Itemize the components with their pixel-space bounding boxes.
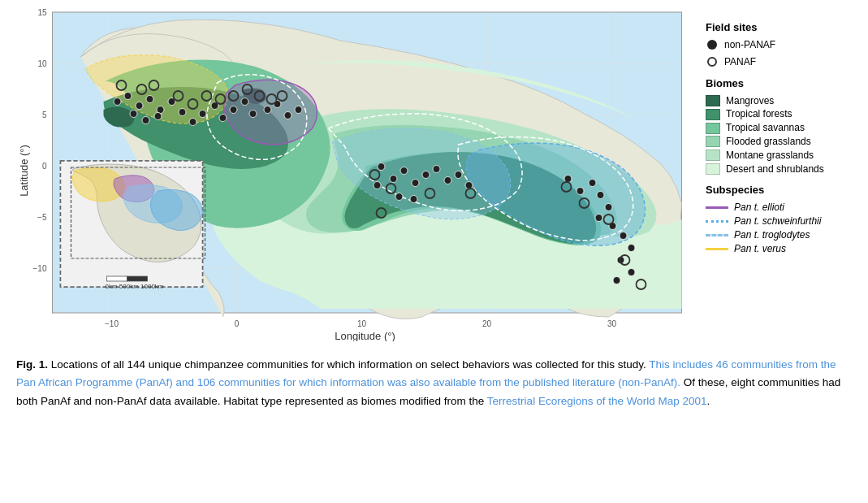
svg-point-32 <box>219 115 227 122</box>
svg-point-28 <box>179 109 186 116</box>
svg-point-39 <box>295 106 302 114</box>
svg-point-56 <box>605 204 612 211</box>
svg-point-20 <box>124 93 132 100</box>
biome-color-0 <box>706 95 720 106</box>
svg-point-44 <box>422 171 430 179</box>
caption-text-3: . <box>707 395 710 407</box>
x-tick-20: 20 <box>482 319 492 328</box>
biome-color-4 <box>706 150 720 161</box>
caption-text-1: Locations of all 144 unique chimpanzee c… <box>48 358 646 371</box>
map-wrapper: 0km 500km 1000km <box>8 8 697 341</box>
biome-color-1 <box>706 109 720 120</box>
svg-point-42 <box>400 167 408 175</box>
svg-point-29 <box>189 119 196 126</box>
svg-point-35 <box>249 111 257 118</box>
map-section: 0km 500km 1000km <box>0 0 868 349</box>
caption-section: Fig. 1. Locations of all 144 unique chim… <box>0 349 868 418</box>
svg-rect-17 <box>107 276 127 281</box>
scale-label: 0km 500km 1000km <box>106 283 164 290</box>
svg-point-57 <box>595 215 602 222</box>
biome-item-4: Montane grasslands <box>706 149 856 163</box>
svg-point-50 <box>395 193 403 201</box>
subspecies-title: Subspecies <box>706 184 856 196</box>
svg-point-59 <box>620 232 627 240</box>
y-tick-5: 5 <box>42 111 47 119</box>
subspecies-line-3 <box>706 248 728 250</box>
x-tick-10: 10 <box>357 319 367 328</box>
subspecies-label-3: Pan t. verus <box>734 242 786 256</box>
legend-panaf: PANAF <box>706 55 856 69</box>
biome-item-5: Desert and shrublands <box>706 163 856 176</box>
x-tick-0: 0 <box>235 319 240 328</box>
y-tick-0: 0 <box>42 162 47 171</box>
biome-item-2: Tropical savannas <box>706 121 856 135</box>
y-axis-label: Latitude (°) <box>18 145 30 197</box>
biome-color-2 <box>706 123 720 134</box>
legend-non-panaf: non-PANAF <box>706 38 856 52</box>
caption-highlight-2: Terrestrial Ecoregions of the World Map … <box>484 395 706 407</box>
subspecies-line-0 <box>706 206 728 209</box>
fig-label: Fig. 1. <box>16 358 48 371</box>
svg-point-38 <box>284 112 291 119</box>
panaf-symbol <box>706 55 719 68</box>
svg-point-37 <box>274 101 281 108</box>
biome-label-3: Flooded grasslands <box>726 135 811 149</box>
subspecies-label-0: Pan t. ellioti <box>734 201 784 215</box>
x-axis-label: Longitude (°) <box>335 330 395 341</box>
svg-point-40 <box>378 163 385 171</box>
x-tick-n10: −10 <box>105 319 119 328</box>
subspecies-item-2: Pan t. troglodytes <box>706 228 856 242</box>
svg-point-26 <box>142 117 149 124</box>
svg-point-43 <box>412 180 419 187</box>
legend: Field sites non-PANAF PANAF Biomes Mangr… <box>697 8 860 341</box>
non-panaf-symbol <box>706 38 719 51</box>
svg-point-48 <box>465 182 473 189</box>
subspecies-item-3: Pan t. verus <box>706 242 856 256</box>
biome-item-0: Mangroves <box>706 94 856 108</box>
svg-point-27 <box>154 113 162 120</box>
open-dot-icon <box>707 57 717 67</box>
svg-rect-18 <box>127 276 148 281</box>
biome-item-3: Flooded grasslands <box>706 135 856 149</box>
svg-point-52 <box>564 176 572 183</box>
svg-point-62 <box>628 269 635 276</box>
biome-label-2: Tropical savannas <box>726 121 805 135</box>
y-tick-n10: −10 <box>33 264 47 273</box>
subspecies-item-0: Pan t. ellioti <box>706 201 856 215</box>
svg-point-21 <box>136 102 143 110</box>
svg-point-33 <box>230 106 237 114</box>
svg-point-45 <box>433 166 440 173</box>
svg-point-54 <box>589 180 596 187</box>
svg-point-30 <box>199 111 206 118</box>
svg-point-19 <box>114 98 121 106</box>
svg-point-34 <box>241 98 248 106</box>
svg-point-51 <box>410 196 417 203</box>
filled-dot-icon <box>707 40 717 50</box>
svg-point-47 <box>455 171 462 179</box>
svg-point-53 <box>577 188 584 195</box>
biome-color-5 <box>706 163 720 175</box>
svg-point-25 <box>130 111 137 118</box>
svg-point-60 <box>628 245 635 252</box>
y-tick-15: 15 <box>37 8 47 17</box>
panaf-label: PANAF <box>724 55 756 69</box>
subspecies-item-1: Pan t. schweinfurthii <box>706 215 856 228</box>
map-svg: 0km 500km 1000km <box>8 8 697 341</box>
biome-item-1: Tropical forests <box>706 107 856 121</box>
svg-point-36 <box>264 106 271 114</box>
subspecies-line-1 <box>706 220 728 223</box>
biomes-title: Biomes <box>706 77 856 89</box>
biome-label-5: Desert and shrublands <box>726 163 824 176</box>
svg-point-22 <box>146 96 153 103</box>
svg-point-49 <box>374 182 381 189</box>
subspecies-list: Pan t. ellioti Pan t. schweinfurthii Pan… <box>706 201 856 255</box>
subspecies-label-1: Pan t. schweinfurthii <box>734 215 821 228</box>
main-container: 0km 500km 1000km <box>0 0 868 418</box>
x-tick-30: 30 <box>607 319 617 328</box>
biome-color-3 <box>706 136 720 147</box>
y-tick-n5: −5 <box>37 213 47 222</box>
svg-point-41 <box>390 176 397 183</box>
svg-point-63 <box>613 277 620 284</box>
non-panaf-label: non-PANAF <box>724 38 775 52</box>
subspecies-label-2: Pan t. troglodytes <box>734 228 810 242</box>
